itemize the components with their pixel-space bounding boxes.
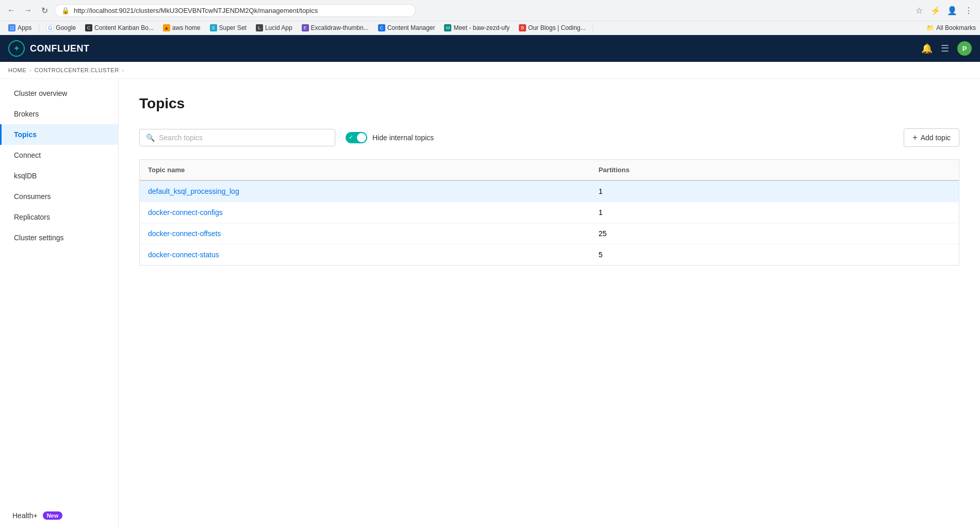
- bookmark-apps[interactable]: ☷ Apps: [4, 23, 36, 33]
- table-row: docker-connect-configs1: [140, 202, 959, 223]
- logo-area: ✦ CONFLUENT: [8, 40, 90, 57]
- sidebar: Cluster overview Brokers Topics Connect …: [0, 79, 119, 528]
- bookmark-superset[interactable]: S Super Set: [206, 23, 251, 33]
- sidebar-item-ksqldb[interactable]: ksqlDB: [0, 165, 118, 186]
- top-nav-right: 🔔 ☰ P: [921, 41, 972, 56]
- sidebar-item-cluster-settings[interactable]: Cluster settings: [0, 227, 118, 248]
- table-row: docker-connect-status5: [140, 244, 959, 266]
- health-plus-label: Health+: [12, 511, 38, 520]
- reload-button[interactable]: ↻: [37, 3, 52, 18]
- new-badge: New: [43, 511, 63, 520]
- bookmark-lucid-label: Lucid App: [265, 24, 292, 31]
- page-title: Topics: [139, 95, 959, 112]
- column-header-partitions: Partitions: [590, 160, 959, 181]
- logo-text: CONFLUENT: [30, 43, 90, 54]
- lock-icon: 🔒: [61, 7, 70, 14]
- menu-button[interactable]: ⋮: [961, 3, 976, 18]
- table-header-row: Topic name Partitions: [140, 160, 959, 181]
- topic-name-link[interactable]: docker-connect-status: [148, 251, 219, 259]
- bookmark-aws-label: aws home: [172, 24, 201, 31]
- toggle-checkmark-icon: ✓: [349, 134, 353, 141]
- bookmark-meet-label: Meet - baw-zezd-ufy: [453, 24, 510, 31]
- user-avatar[interactable]: P: [957, 41, 972, 56]
- topic-name-link[interactable]: docker-connect-offsets: [148, 229, 221, 238]
- bookmark-star-button[interactable]: ☆: [912, 3, 926, 18]
- blogs-icon: B: [519, 24, 526, 31]
- bookmark-blogs-label: Our Blogs | Coding...: [528, 24, 585, 31]
- sidebar-item-connect[interactable]: Connect: [0, 145, 118, 165]
- browser-toolbar: ← → ↻ 🔒 ☆ ⚡ 👤 ⋮: [0, 0, 980, 21]
- bookmark-google[interactable]: G Google: [42, 23, 80, 33]
- breadcrumb-separator-2: ›: [122, 67, 124, 73]
- bookmark-meet[interactable]: M Meet - baw-zezd-ufy: [440, 23, 514, 33]
- bookmark-google-label: Google: [56, 24, 76, 31]
- all-bookmarks[interactable]: 📁 All Bookmarks: [926, 24, 976, 31]
- plus-icon: +: [912, 133, 917, 142]
- meet-icon: M: [444, 24, 451, 31]
- address-bar[interactable]: 🔒: [55, 4, 416, 17]
- bookmark-aws[interactable]: ▲ aws home: [159, 23, 205, 33]
- add-topic-button[interactable]: + Add topic: [904, 128, 959, 147]
- bookmark-blogs[interactable]: B Our Blogs | Coding...: [515, 23, 590, 33]
- menu-hamburger-icon[interactable]: ☰: [941, 43, 949, 54]
- sidebar-item-cluster-overview[interactable]: Cluster overview: [0, 83, 118, 104]
- add-topic-label: Add topic: [921, 134, 951, 142]
- table-row: docker-connect-offsets25: [140, 223, 959, 244]
- back-button[interactable]: ←: [4, 3, 19, 18]
- bookmark-apps-label: Apps: [18, 24, 31, 31]
- topic-name-cell: docker-connect-configs: [140, 202, 591, 223]
- topic-name-link[interactable]: docker-connect-configs: [148, 208, 223, 217]
- sidebar-item-topics[interactable]: Topics: [0, 124, 118, 145]
- aws-icon: ▲: [163, 24, 170, 31]
- folder-icon: 📁: [926, 24, 934, 31]
- bookmark-content-kanban-label: Content Kanban Bo...: [94, 24, 154, 31]
- lucid-icon: L: [256, 24, 263, 31]
- sidebar-item-consumers[interactable]: Consumers: [0, 186, 118, 207]
- breadcrumb-separator-1: ›: [29, 67, 31, 73]
- toggle-label: Hide internal topics: [372, 134, 434, 142]
- content-manager-icon: C: [378, 24, 385, 31]
- notification-bell-icon[interactable]: 🔔: [921, 43, 933, 54]
- bookmark-content-kanban[interactable]: C Content Kanban Bo...: [81, 23, 158, 33]
- partitions-cell: 1: [590, 202, 959, 223]
- bookmark-content-manager-label: Content Manager: [387, 24, 435, 31]
- partitions-cell: 1: [590, 180, 959, 202]
- breadcrumb-home[interactable]: HOME: [8, 67, 26, 73]
- topic-name-cell: docker-connect-status: [140, 244, 591, 266]
- confluent-logo-icon: ✦: [8, 40, 25, 57]
- forward-button[interactable]: →: [21, 3, 35, 18]
- bookmark-content-manager[interactable]: C Content Manager: [374, 23, 439, 33]
- all-bookmarks-label: All Bookmarks: [936, 24, 976, 31]
- bookmarks-bar: ☷ Apps G Google C Content Kanban Bo... ▲…: [0, 21, 980, 35]
- toggle-area: ✓ Hide internal topics: [346, 132, 434, 143]
- column-header-topic-name: Topic name: [140, 160, 591, 181]
- bookmark-excalidraw-label: Excalidraw-thumbn...: [311, 24, 369, 31]
- sidebar-item-replicators[interactable]: Replicators: [0, 207, 118, 227]
- extensions-button[interactable]: ⚡: [928, 3, 943, 18]
- profile-button[interactable]: 👤: [945, 3, 959, 18]
- url-input[interactable]: [74, 7, 409, 14]
- breadcrumb: HOME › CONTROLCENTER.CLUSTER ›: [0, 62, 980, 79]
- toggle-track: ✓: [346, 132, 367, 143]
- bookmark-excalidraw[interactable]: E Excalidraw-thumbn...: [298, 23, 373, 33]
- topics-table: Topic name Partitions default_ksql_proce…: [139, 159, 959, 266]
- sidebar-item-brokers[interactable]: Brokers: [0, 104, 118, 124]
- table-head: Topic name Partitions: [140, 160, 959, 181]
- bookmark-separator-2: [593, 23, 593, 32]
- browser-actions: ☆ ⚡ 👤 ⋮: [912, 3, 976, 18]
- main-content: Topics 🔍 ✓ Hide internal topics: [119, 79, 980, 528]
- bookmark-lucid[interactable]: L Lucid App: [252, 23, 297, 33]
- browser-chrome: ← → ↻ 🔒 ☆ ⚡ 👤 ⋮ ☷ Apps G Google C Conten…: [0, 0, 980, 35]
- search-box[interactable]: 🔍: [139, 129, 335, 146]
- top-nav: ✦ CONFLUENT 🔔 ☰ P: [0, 35, 980, 62]
- search-input[interactable]: [159, 134, 329, 142]
- table-body: default_ksql_processing_log1docker-conne…: [140, 180, 959, 266]
- topic-name-link[interactable]: default_ksql_processing_log: [148, 187, 239, 195]
- bookmark-separator: [39, 23, 39, 32]
- google-icon: G: [46, 24, 54, 31]
- hide-internal-toggle[interactable]: ✓: [346, 132, 367, 143]
- topic-name-cell: docker-connect-offsets: [140, 223, 591, 244]
- breadcrumb-cluster[interactable]: CONTROLCENTER.CLUSTER: [35, 67, 119, 73]
- partitions-cell: 25: [590, 223, 959, 244]
- nav-buttons: ← → ↻: [4, 3, 52, 18]
